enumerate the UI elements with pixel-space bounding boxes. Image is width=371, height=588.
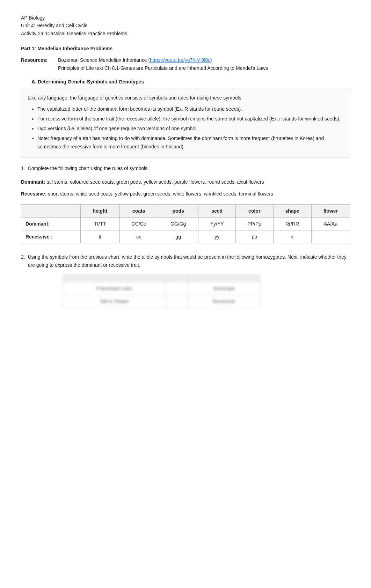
col-header-label [21, 205, 81, 218]
blurred-cell-1-2 [166, 282, 188, 295]
recessive-line: Recessive: short stems, white seed coats… [21, 190, 350, 198]
blurred-cell-2-2 [166, 295, 188, 308]
dominant-seed: Yy/YY [198, 218, 235, 230]
dominant-pods: GG/Gg [158, 218, 198, 230]
q2-text: Using the symbols from the previous char… [28, 253, 350, 269]
dominant-row-label: Dominant: [21, 218, 81, 230]
header-line1: AP Biology [21, 14, 350, 22]
recessive-flower [311, 230, 350, 243]
question1: 1. Complete the following chart using th… [21, 164, 350, 172]
resource-item2: Principles of Life text Ch 8.1-Genes are… [58, 64, 268, 72]
blurred-col3 [188, 275, 260, 282]
dominant-label: Dominant: [21, 179, 45, 185]
col-header-coats: coats [119, 205, 158, 218]
intro-text: Like any language, the language of genet… [28, 94, 343, 102]
blurred-row: If dominant color Dominant [63, 282, 260, 295]
question2-content: 2. Using the symbols from the previous c… [21, 253, 350, 269]
dominant-shape: Rr/RR [273, 218, 311, 230]
dominant-color: PP/Pp [235, 218, 273, 230]
dominant-line: Dominant: tall stems, coloured seed coat… [21, 178, 350, 186]
blurred-col1 [63, 275, 166, 282]
q1-number: 1. [21, 164, 25, 172]
blurred-cell-2-1: Tall or Flower [63, 295, 166, 308]
resources-content: Bozeman Science Mendelian Inheritance (h… [58, 56, 268, 72]
bullet-list: The capitalized letter of the dominant f… [28, 105, 343, 151]
recessive-coats: cc [119, 230, 158, 243]
blurred-col2 [166, 275, 188, 282]
blurred-cell-1-1: If dominant color [63, 282, 166, 295]
blurred-answer-table: If dominant color Dominant Tall or Flowe… [63, 274, 260, 308]
col-header-pods: pods [158, 205, 198, 218]
question1-content: 1. Complete the following chart using th… [21, 164, 350, 172]
bullet-1: The capitalized letter of the dominant f… [37, 105, 343, 113]
resource1-text: Bozeman Science Mendelian Inheritance [58, 57, 148, 63]
recessive-height: tt [80, 230, 119, 243]
col-header-color: color [235, 205, 273, 218]
part1-title: Part 1: Mendelian Inheritance Problems [21, 46, 350, 51]
q1-text: Complete the following chart using the r… [28, 164, 149, 172]
blurred-cell-1-3: Dominant [188, 282, 260, 295]
col-header-shape: shape [273, 205, 311, 218]
bullet-3: Two versions (i.e. alleles) of one gene … [37, 125, 343, 133]
recessive-label: Recessive: [21, 191, 46, 197]
recessive-row-label: Recessive : [21, 230, 81, 243]
resource1-link[interactable]: (https://youtu.be/ya7h-Y-9l8c) [148, 57, 212, 63]
blurred-header-row [63, 275, 260, 282]
col-header-seed: seed [198, 205, 235, 218]
table-row: Dominant: Tt/TT CC/Cc GG/Gg Yy/YY PP/Pp … [21, 218, 350, 230]
header-line2: Unit 4: Heredity and Cell Cycle [21, 22, 350, 29]
resources-label: Resources: [21, 56, 56, 72]
genetics-table: height coats pods seed color shape flowe… [21, 204, 350, 243]
info-box: Like any language, the language of genet… [21, 89, 350, 157]
subsection-a-title: A. Determining Genetic Symbols and Genot… [31, 79, 350, 84]
bullet-2: For recessive form of the same trait (th… [37, 115, 343, 123]
resource-item1: Bozeman Science Mendelian Inheritance (h… [58, 56, 268, 64]
col-header-height: height [80, 205, 119, 218]
question2: 2. Using the symbols from the previous c… [21, 253, 350, 269]
recessive-pods: gg [158, 230, 198, 243]
bullet-4: Note: frequency of a trait has nothing t… [37, 134, 343, 151]
resources-section: Resources: Bozeman Science Mendelian Inh… [21, 56, 350, 72]
table-header-row: height coats pods seed color shape flowe… [21, 205, 350, 218]
recessive-seed: yy [198, 230, 235, 243]
dominant-height: Tt/TT [80, 218, 119, 230]
recessive-color: pp [235, 230, 273, 243]
dominant-text: tall stems, coloured seed coats, green p… [45, 179, 264, 185]
recessive-text: short stems, white seed coats, yellow po… [46, 191, 273, 197]
blurred-table-container: If dominant color Dominant Tall or Flowe… [21, 274, 350, 308]
header-info: AP Biology Unit 4: Heredity and Cell Cyc… [21, 14, 350, 37]
recessive-shape: rr [273, 230, 311, 243]
q2-number: 2. [21, 253, 25, 269]
dominant-flower: AA/Aa [311, 218, 350, 230]
header-line3: Activity 2a: Classical Genetics Practice… [21, 30, 350, 37]
blurred-cell-2-3: Recessive [188, 295, 260, 308]
dominant-coats: CC/Cc [119, 218, 158, 230]
table-row: Recessive : tt cc gg yy pp rr [21, 230, 350, 243]
col-header-flower: flower [311, 205, 350, 218]
blurred-row: Tall or Flower Recessive [63, 295, 260, 308]
